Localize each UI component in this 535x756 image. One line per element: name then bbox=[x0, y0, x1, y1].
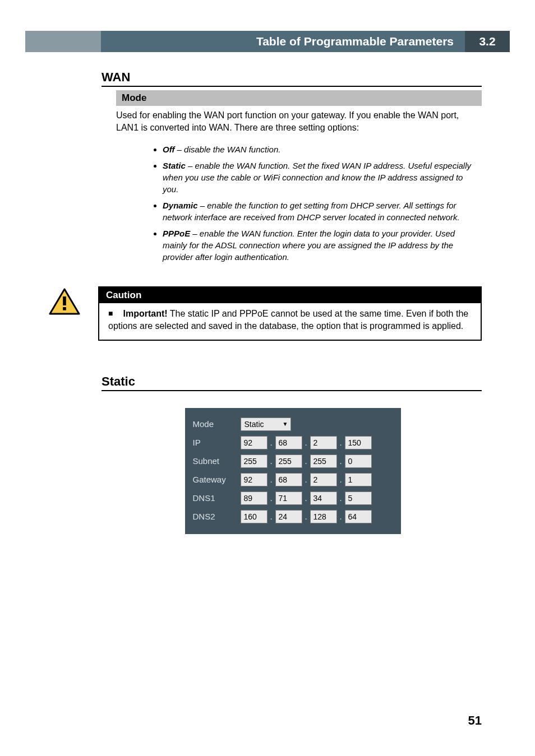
page-content: WAN Mode Used for enabling the WAN port … bbox=[104, 70, 482, 534]
ip-row: IP 92. 68. 2. 150 bbox=[193, 435, 393, 451]
wan-option-off: Off – disable the WAN function. bbox=[163, 143, 482, 155]
subnet-row: Subnet 255. 255. 255. 0 bbox=[193, 453, 393, 469]
ip-octet-2[interactable]: 68 bbox=[275, 436, 302, 449]
dot-separator: . bbox=[337, 493, 345, 503]
header-accent bbox=[25, 31, 101, 52]
bullet-square-icon: ■ bbox=[108, 309, 113, 318]
wan-option-dynamic: Dynamic – enable the function to get set… bbox=[163, 200, 482, 223]
ip-octet-3[interactable]: 2 bbox=[310, 436, 337, 449]
gateway-octet-3[interactable]: 2 bbox=[310, 473, 337, 486]
dot-separator: . bbox=[268, 475, 275, 484]
option-desc: – disable the WAN function. bbox=[174, 145, 280, 154]
caution-heading: Caution bbox=[99, 287, 481, 303]
mode-row: Mode Static ▼ bbox=[193, 416, 393, 432]
option-name: PPPoE bbox=[163, 229, 190, 238]
static-section: Static Mode Static ▼ IP 92. 68. 2. 150 bbox=[104, 374, 482, 534]
wan-intro: Used for enabling the WAN port function … bbox=[116, 109, 482, 134]
dns2-label: DNS2 bbox=[193, 512, 241, 521]
header-title: Table of Programmable Parameters bbox=[101, 35, 465, 48]
dns2-octet-1[interactable]: 160 bbox=[241, 510, 268, 523]
static-heading: Static bbox=[102, 374, 482, 391]
svg-rect-1 bbox=[63, 296, 66, 305]
wan-options-list: Off – disable the WAN function. Static –… bbox=[163, 143, 482, 263]
page-number: 51 bbox=[468, 713, 482, 728]
dot-separator: . bbox=[302, 493, 310, 503]
mode-select[interactable]: Static ▼ bbox=[241, 418, 291, 431]
header-section-number: 3.2 bbox=[465, 31, 510, 52]
dns2-row: DNS2 160. 24. 128. 64 bbox=[193, 509, 393, 525]
dns1-octet-4[interactable]: 5 bbox=[345, 491, 372, 505]
subnet-octet-2[interactable]: 255 bbox=[275, 454, 302, 468]
subnet-octet-1[interactable]: 255 bbox=[241, 454, 268, 468]
dns1-octet-2[interactable]: 71 bbox=[275, 491, 302, 505]
dns1-octet-1[interactable]: 89 bbox=[241, 491, 268, 505]
subnet-label: Subnet bbox=[193, 456, 241, 466]
dot-separator: . bbox=[268, 512, 275, 521]
option-desc: – enable the function to get setting fro… bbox=[163, 201, 460, 222]
option-name: Static bbox=[163, 161, 186, 170]
ip-octet-1[interactable]: 92 bbox=[241, 436, 268, 449]
dot-separator: . bbox=[302, 438, 310, 447]
dot-separator: . bbox=[337, 438, 345, 447]
dot-separator: . bbox=[337, 512, 345, 521]
dns1-row: DNS1 89. 71. 34. 5 bbox=[193, 490, 393, 506]
subnet-octet-3[interactable]: 255 bbox=[310, 454, 337, 468]
static-config-panel: Mode Static ▼ IP 92. 68. 2. 150 Subnet 2… bbox=[185, 408, 401, 534]
dot-separator: . bbox=[302, 512, 310, 521]
dot-separator: . bbox=[302, 456, 310, 466]
option-name: Dynamic bbox=[163, 201, 198, 210]
document-page: Table of Programmable Parameters 3.2 WAN… bbox=[0, 0, 535, 756]
wan-option-pppoe: PPPoE – enable the WAN function. Enter t… bbox=[163, 228, 482, 263]
chevron-down-icon: ▼ bbox=[283, 421, 288, 427]
dns1-label: DNS1 bbox=[193, 493, 241, 503]
option-name: Off bbox=[163, 145, 174, 154]
svg-rect-2 bbox=[63, 307, 66, 310]
ip-label: IP bbox=[193, 438, 241, 447]
dot-separator: . bbox=[302, 475, 310, 484]
dot-separator: . bbox=[337, 475, 345, 484]
dot-separator: . bbox=[337, 456, 345, 466]
dns2-octet-4[interactable]: 64 bbox=[345, 510, 372, 523]
dns1-octet-3[interactable]: 34 bbox=[310, 491, 337, 505]
wan-option-static: Static – enable the WAN function. Set th… bbox=[163, 160, 482, 195]
caution-important: Important! bbox=[123, 309, 167, 318]
option-desc: – enable the WAN function. Enter the log… bbox=[163, 229, 455, 262]
caution-block: Caution ■Important! The static IP and PP… bbox=[49, 286, 482, 341]
dns2-octet-3[interactable]: 128 bbox=[310, 510, 337, 523]
dot-separator: . bbox=[268, 438, 275, 447]
mode-select-value: Static bbox=[245, 420, 264, 429]
gateway-octet-2[interactable]: 68 bbox=[275, 473, 302, 486]
mode-label: Mode bbox=[193, 419, 241, 429]
dot-separator: . bbox=[268, 493, 275, 503]
gateway-label: Gateway bbox=[193, 475, 241, 484]
caution-box: Caution ■Important! The static IP and PP… bbox=[98, 286, 482, 341]
gateway-octet-4[interactable]: 1 bbox=[345, 473, 372, 486]
warning-icon bbox=[49, 288, 80, 315]
caution-body: ■Important! The static IP and PPPoE cann… bbox=[99, 303, 481, 340]
mode-heading: Mode bbox=[116, 90, 482, 106]
gateway-row: Gateway 92. 68. 2. 1 bbox=[193, 472, 393, 488]
ip-octet-4[interactable]: 150 bbox=[345, 436, 372, 449]
gateway-octet-1[interactable]: 92 bbox=[241, 473, 268, 486]
subnet-octet-4[interactable]: 0 bbox=[345, 454, 372, 468]
dot-separator: . bbox=[268, 456, 275, 466]
page-header: Table of Programmable Parameters 3.2 bbox=[25, 31, 510, 52]
wan-heading: WAN bbox=[102, 70, 482, 87]
dns2-octet-2[interactable]: 24 bbox=[275, 510, 302, 523]
option-desc: – enable the WAN function. Set the fixed… bbox=[163, 161, 471, 194]
